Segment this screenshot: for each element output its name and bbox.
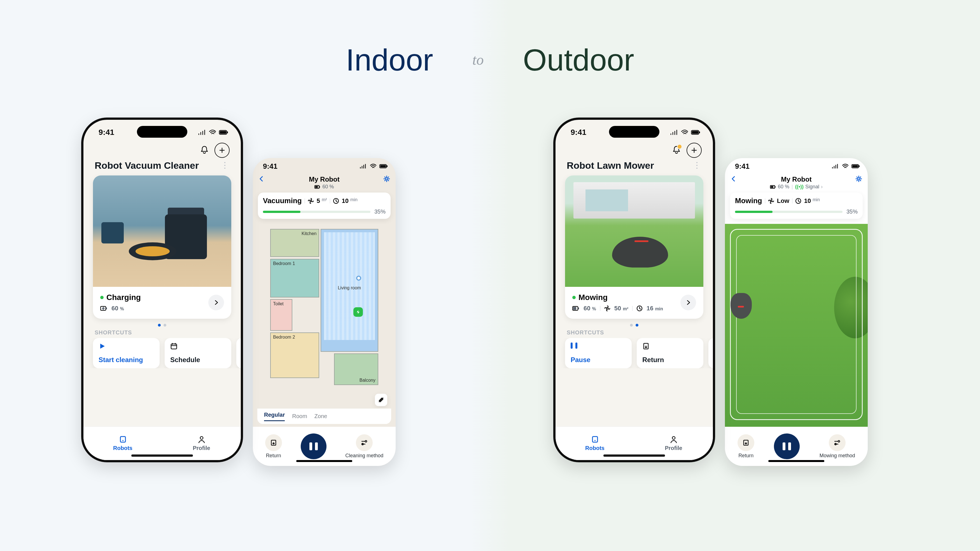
status-bar: 9:41 <box>725 158 868 174</box>
room-bedroom1[interactable]: Bedroom 1 <box>270 259 319 297</box>
wifi-icon <box>370 164 377 169</box>
svg-rect-40 <box>573 307 576 310</box>
svg-rect-2 <box>380 165 386 167</box>
device-card[interactable]: Charging 60 % <box>93 175 231 319</box>
charging-station-icon <box>353 307 363 317</box>
device-card[interactable]: Mowing 60 % 50 m² 16 min <box>565 175 703 319</box>
room-balcony[interactable]: Balcony <box>334 353 378 385</box>
pause-icon <box>783 442 791 450</box>
lawn-map[interactable] <box>725 224 868 427</box>
progress-value: 35% <box>846 208 858 215</box>
room-bedroom2[interactable]: Bedroom 2 <box>270 332 319 378</box>
tab-room[interactable]: Room <box>292 413 307 419</box>
shortcut-schedule[interactable]: Schedule <box>165 338 231 368</box>
svg-rect-1 <box>387 165 388 167</box>
pager <box>555 324 713 327</box>
svg-point-21 <box>123 440 124 441</box>
shortcut-schedule[interactable]: Sch <box>708 338 713 368</box>
shortcuts-heading: SHORTCUTS <box>83 329 241 338</box>
device-hero <box>93 175 231 287</box>
page-title: My Robot <box>781 175 811 183</box>
clock-icon <box>795 198 801 204</box>
tab-regular[interactable]: Regular <box>264 412 285 421</box>
robots-icon <box>119 435 127 443</box>
shortcut-pause[interactable]: Pause <box>565 338 632 368</box>
shortcut-find[interactable]: Find <box>236 338 241 368</box>
more-menu[interactable]: ⋯ <box>692 161 702 170</box>
status-dot-icon <box>572 296 576 299</box>
indoor-home-phone: 9:41 Robot Vacuum Cleaner ⋯ <box>81 118 243 462</box>
clock-icon <box>636 305 643 311</box>
svg-point-26 <box>858 178 860 180</box>
svg-point-33 <box>838 440 840 442</box>
mowing-method-button[interactable]: Mowing method <box>819 434 855 459</box>
svg-rect-20 <box>120 437 126 442</box>
pause-button[interactable] <box>774 433 800 459</box>
floorplan[interactable]: Kitchen Bedroom 1 Toilet Bedroom 2 Livin… <box>257 224 391 424</box>
state-label: Vacuuming <box>263 197 302 205</box>
open-device-button[interactable] <box>680 295 696 310</box>
pause-icon <box>571 343 626 351</box>
profile-icon <box>670 435 678 443</box>
svg-rect-14 <box>220 131 226 134</box>
svg-rect-29 <box>771 186 773 188</box>
return-button[interactable]: Return <box>738 434 754 459</box>
pager <box>83 324 241 327</box>
battery-value: 60 <box>584 305 590 312</box>
notifications-button[interactable] <box>671 144 681 156</box>
battery-small-icon <box>100 306 108 311</box>
pause-icon <box>309 442 318 450</box>
heading-indoor: Indoor <box>346 42 433 78</box>
tab-zone[interactable]: Zone <box>315 413 327 419</box>
fan-icon <box>308 198 314 204</box>
shortcut-return[interactable]: Return <box>637 338 703 368</box>
status-card: Mowing Low 10min 35% <box>730 192 863 219</box>
state-label: Mowing <box>735 197 762 205</box>
room-living[interactable]: Living room <box>321 229 378 352</box>
open-device-button[interactable] <box>208 295 224 310</box>
robots-icon <box>591 435 599 443</box>
area-value: 5 <box>317 197 320 205</box>
battery-icon <box>691 130 700 135</box>
device-status: Mowing <box>579 293 608 302</box>
time-value: 10 <box>804 197 811 205</box>
svg-rect-13 <box>227 132 228 133</box>
return-button[interactable]: Return <box>265 434 282 459</box>
pause-button[interactable] <box>301 433 326 459</box>
back-button[interactable] <box>258 176 269 183</box>
statusbar-right <box>670 130 700 135</box>
svg-point-47 <box>672 437 675 439</box>
time-value: 16 <box>646 305 653 312</box>
svg-rect-6 <box>315 186 318 188</box>
time-value: 10 <box>342 197 348 205</box>
svg-rect-45 <box>592 437 598 442</box>
device-title: Robot Lawn Mower <box>567 160 654 171</box>
status-bar: 9:41 <box>253 158 396 174</box>
signal-indicator[interactable]: ((•))Signal › <box>795 184 822 190</box>
room-toilet[interactable]: Toilet <box>270 299 292 331</box>
shortcut-start-cleaning[interactable]: Start cleaning <box>93 338 160 368</box>
add-button[interactable] <box>215 143 230 158</box>
play-icon <box>99 343 154 351</box>
notifications-button[interactable] <box>199 144 210 156</box>
back-button[interactable] <box>730 176 741 183</box>
more-menu[interactable]: ⋯ <box>220 161 230 170</box>
heading-to: to <box>473 51 484 68</box>
progress-value: 35% <box>374 208 385 215</box>
svg-rect-36 <box>699 132 700 133</box>
battery-icon <box>379 164 388 168</box>
shortcuts-heading: SHORTCUTS <box>555 329 713 338</box>
svg-rect-39 <box>578 308 579 309</box>
room-kitchen[interactable]: Kitchen <box>270 229 319 257</box>
signal-icon <box>360 164 367 169</box>
fan-icon <box>604 305 610 311</box>
add-button[interactable] <box>687 143 702 158</box>
wifi-icon <box>209 130 216 135</box>
signal-icon <box>670 130 678 135</box>
settings-button[interactable] <box>852 175 862 183</box>
settings-button[interactable] <box>380 175 390 183</box>
progress-bar <box>735 211 843 213</box>
map-layers-button[interactable] <box>375 394 387 406</box>
cleaning-method-button[interactable]: Cleaning method <box>345 434 383 459</box>
svg-point-46 <box>595 440 595 441</box>
